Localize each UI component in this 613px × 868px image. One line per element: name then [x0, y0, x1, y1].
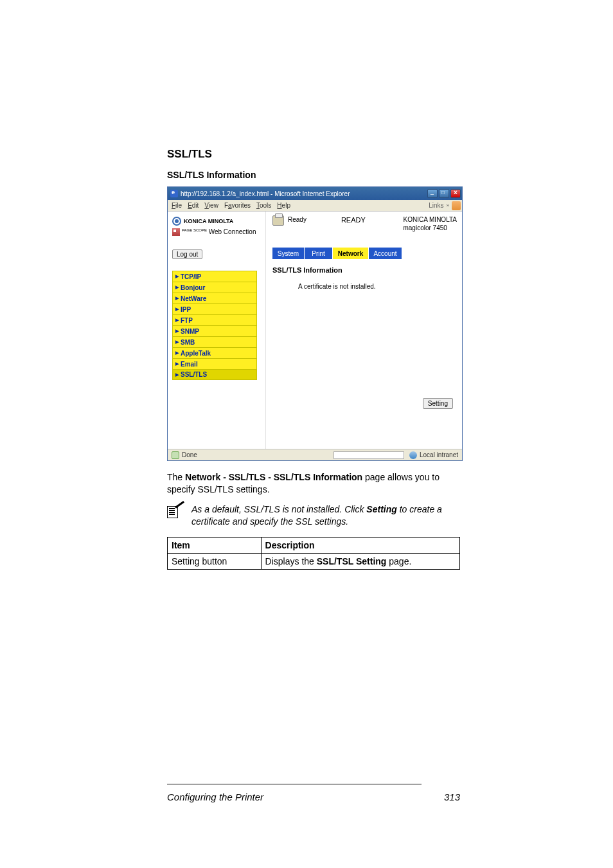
- table-row: Setting button Displays the SSL/TSL Sett…: [168, 553, 460, 569]
- th-item: Item: [168, 537, 262, 553]
- logout-button[interactable]: Log out: [172, 249, 202, 259]
- setting-button[interactable]: Setting: [423, 398, 453, 409]
- left-panel: KONICA MINOLTA PAGE SCOPE Web Connection…: [168, 212, 266, 449]
- progress-bar: [333, 451, 404, 459]
- brand-row: KONICA MINOLTA: [172, 217, 262, 226]
- tab-system[interactable]: System: [272, 248, 305, 259]
- content-title: SSL/TLS Information: [272, 266, 457, 274]
- tab-print[interactable]: Print: [305, 248, 333, 259]
- device-model: magicolor 7450: [403, 224, 457, 232]
- ready-small: Ready: [288, 216, 306, 223]
- pagescope-text: PAGE SCOPE Web Connection: [182, 228, 256, 235]
- side-nav: ▶TCP/IP ▶Bonjour ▶NetWare ▶IPP ▶FTP ▶SNM…: [172, 271, 257, 380]
- nav-smb[interactable]: ▶SMB: [172, 336, 257, 347]
- status-done: Done: [182, 451, 197, 458]
- status-zone: Local intranet: [420, 451, 458, 458]
- ie-titlebar: http://192.168.1.2/a_index.html - Micros…: [168, 187, 462, 200]
- device-info: KONICA MINOLTA magicolor 7450: [403, 215, 457, 232]
- note-text: As a default, SSL/TLS is not installed. …: [191, 503, 460, 528]
- td-desc: Displays the SSL/TSL Setting page.: [261, 553, 459, 569]
- done-icon: [172, 451, 179, 459]
- nav-email[interactable]: ▶Email: [172, 358, 257, 369]
- footer-left: Configuring the Printer: [167, 791, 263, 802]
- ie-menubar: File Edit View Favorites Tools Help Link…: [168, 200, 462, 212]
- window-buttons: [427, 189, 461, 198]
- certificate-message: A certificate is not installed.: [298, 283, 457, 290]
- ready-large: READY: [341, 216, 366, 224]
- td-item: Setting button: [168, 553, 262, 569]
- nav-tcpip[interactable]: ▶TCP/IP: [172, 271, 257, 282]
- printer-icon: [272, 215, 284, 226]
- ie-title-text: http://192.168.1.2/a_index.html - Micros…: [181, 190, 350, 197]
- content-area: SSL/TLS Information A certificate is not…: [272, 266, 457, 445]
- ie-throbber-icon: [452, 201, 461, 210]
- ie-logo-icon: [170, 190, 178, 197]
- links-toolbar[interactable]: Links »: [429, 200, 461, 211]
- minimize-button[interactable]: [427, 189, 438, 198]
- close-button[interactable]: [450, 189, 461, 198]
- description-paragraph: The Network - SSL/TLS - SSL/TLS Informat…: [167, 471, 460, 496]
- nav-snmp[interactable]: ▶SNMP: [172, 325, 257, 336]
- menu-help[interactable]: Help: [277, 202, 290, 209]
- ie-window: http://192.168.1.2/a_index.html - Micros…: [167, 186, 463, 461]
- nav-ssltls[interactable]: ▶SSL/TLS: [172, 369, 257, 380]
- footer-page-number: 313: [444, 791, 460, 802]
- nav-bonjour[interactable]: ▶Bonjour: [172, 282, 257, 293]
- menu-tools[interactable]: Tools: [256, 202, 271, 209]
- footer-rule: [167, 784, 422, 784]
- main-panel: Ready READY KONICA MINOLTA magicolor 745…: [266, 212, 462, 449]
- nav-appletalk[interactable]: ▶AppleTalk: [172, 347, 257, 358]
- brand-text: KONICA MINOLTA: [184, 218, 233, 224]
- subsection-heading: SSL/TLS Information: [167, 170, 460, 180]
- tab-bar: System Print Network Account: [272, 248, 457, 259]
- tab-account[interactable]: Account: [369, 248, 402, 259]
- device-name: KONICA MINOLTA: [403, 215, 457, 224]
- page-footer: Configuring the Printer 313: [167, 791, 460, 802]
- pagescope-icon: [172, 228, 180, 236]
- pagescope-row: PAGE SCOPE Web Connection: [172, 228, 262, 236]
- page: SSL/TLS SSL/TLS Information http://192.1…: [0, 0, 613, 868]
- nav-ipp[interactable]: ▶IPP: [172, 303, 257, 314]
- links-label: Links: [429, 202, 443, 209]
- links-chevron-icon: »: [447, 203, 449, 208]
- menu-favorites[interactable]: Favorites: [224, 202, 251, 209]
- tab-network[interactable]: Network: [333, 248, 369, 259]
- menu-edit[interactable]: Edit: [188, 202, 199, 209]
- menu-file[interactable]: File: [172, 202, 182, 209]
- menu-view[interactable]: View: [204, 202, 218, 209]
- description-table: Item Description Setting button Displays…: [167, 537, 460, 570]
- note-icon: [167, 505, 186, 518]
- ie-statusbar: Done Local intranet: [168, 449, 462, 460]
- nav-ftp[interactable]: ▶FTP: [172, 314, 257, 325]
- section-heading: SSL/TLS: [167, 148, 460, 161]
- nav-netware[interactable]: ▶NetWare: [172, 293, 257, 303]
- maximize-button[interactable]: [439, 189, 449, 198]
- note-block: As a default, SSL/TLS is not installed. …: [167, 503, 460, 528]
- th-description: Description: [261, 537, 459, 553]
- intranet-icon: [409, 451, 417, 459]
- konica-logo-icon: [172, 217, 181, 226]
